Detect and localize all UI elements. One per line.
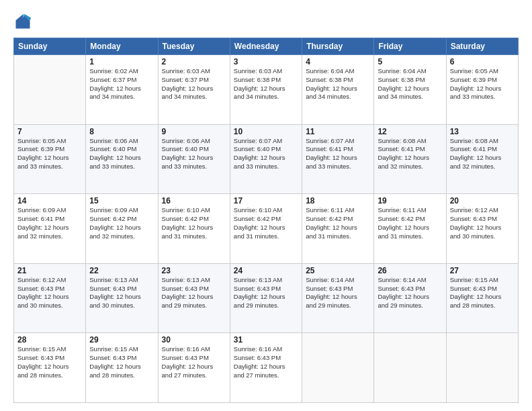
calendar-cell: 26Sunrise: 6:14 AMSunset: 6:43 PMDayligh…: [374, 263, 446, 333]
day-info: Sunrise: 6:15 AMSunset: 6:43 PMDaylight:…: [450, 276, 515, 310]
calendar-cell: 9Sunrise: 6:06 AMSunset: 6:40 PMDaylight…: [158, 124, 230, 194]
calendar-cell: 21Sunrise: 6:12 AMSunset: 6:43 PMDayligh…: [14, 263, 86, 333]
day-info: Sunrise: 6:15 AMSunset: 6:43 PMDaylight:…: [17, 345, 82, 379]
day-number: 7: [17, 127, 82, 136]
day-number: 31: [234, 335, 298, 345]
calendar-page: SundayMondayTuesdayWednesdayThursdayFrid…: [0, 0, 532, 411]
calendar-cell: 17Sunrise: 6:10 AMSunset: 6:42 PMDayligh…: [230, 194, 302, 264]
day-info: Sunrise: 6:04 AMSunset: 6:38 PMDaylight:…: [378, 67, 442, 101]
calendar-cell: 16Sunrise: 6:10 AMSunset: 6:42 PMDayligh…: [158, 194, 230, 264]
day-info: Sunrise: 6:03 AMSunset: 6:38 PMDaylight:…: [234, 67, 298, 101]
day-number: 30: [162, 335, 226, 345]
calendar-cell: [302, 333, 374, 403]
weekday-header-friday: Friday: [374, 38, 446, 55]
calendar-cell: [14, 55, 86, 125]
day-info: Sunrise: 6:08 AMSunset: 6:41 PMDaylight:…: [450, 137, 515, 171]
weekday-header-tuesday: Tuesday: [158, 38, 230, 55]
day-info: Sunrise: 6:11 AMSunset: 6:42 PMDaylight:…: [378, 206, 442, 240]
day-info: Sunrise: 6:13 AMSunset: 6:43 PMDaylight:…: [162, 276, 226, 310]
calendar-cell: 10Sunrise: 6:07 AMSunset: 6:40 PMDayligh…: [230, 124, 302, 194]
day-number: 2: [162, 57, 226, 66]
calendar-cell: 1Sunrise: 6:02 AMSunset: 6:37 PMDaylight…: [86, 55, 158, 125]
day-number: 5: [378, 57, 442, 66]
weekday-header-saturday: Saturday: [446, 38, 518, 55]
day-info: Sunrise: 6:08 AMSunset: 6:41 PMDaylight:…: [378, 137, 442, 171]
day-info: Sunrise: 6:02 AMSunset: 6:37 PMDaylight:…: [89, 67, 154, 101]
calendar-cell: 2Sunrise: 6:03 AMSunset: 6:37 PMDaylight…: [158, 55, 230, 125]
day-number: 10: [234, 127, 298, 136]
day-number: 4: [306, 57, 370, 66]
day-info: Sunrise: 6:12 AMSunset: 6:43 PMDaylight:…: [17, 276, 82, 310]
day-info: Sunrise: 6:09 AMSunset: 6:42 PMDaylight:…: [89, 206, 154, 240]
day-info: Sunrise: 6:14 AMSunset: 6:43 PMDaylight:…: [306, 276, 370, 310]
weekday-header-row: SundayMondayTuesdayWednesdayThursdayFrid…: [14, 38, 519, 55]
calendar-week-4: 21Sunrise: 6:12 AMSunset: 6:43 PMDayligh…: [14, 263, 519, 333]
calendar-cell: 31Sunrise: 6:16 AMSunset: 6:43 PMDayligh…: [230, 333, 302, 403]
calendar-cell: 12Sunrise: 6:08 AMSunset: 6:41 PMDayligh…: [374, 124, 446, 194]
day-info: Sunrise: 6:06 AMSunset: 6:40 PMDaylight:…: [89, 137, 154, 171]
day-info: Sunrise: 6:10 AMSunset: 6:42 PMDaylight:…: [162, 206, 226, 240]
calendar-cell: 23Sunrise: 6:13 AMSunset: 6:43 PMDayligh…: [158, 263, 230, 333]
day-info: Sunrise: 6:06 AMSunset: 6:40 PMDaylight:…: [162, 137, 226, 171]
logo-icon: [13, 12, 32, 31]
day-info: Sunrise: 6:13 AMSunset: 6:43 PMDaylight:…: [234, 276, 298, 310]
calendar-cell: 7Sunrise: 6:05 AMSunset: 6:39 PMDaylight…: [14, 124, 86, 194]
calendar-cell: [446, 333, 518, 403]
day-number: 19: [378, 196, 442, 205]
day-number: 27: [450, 266, 515, 275]
day-number: 18: [306, 196, 370, 205]
day-number: 21: [17, 266, 82, 275]
calendar-cell: 5Sunrise: 6:04 AMSunset: 6:38 PMDaylight…: [374, 55, 446, 125]
day-number: 8: [89, 127, 154, 136]
calendar-cell: 19Sunrise: 6:11 AMSunset: 6:42 PMDayligh…: [374, 194, 446, 264]
day-info: Sunrise: 6:16 AMSunset: 6:43 PMDaylight:…: [162, 345, 226, 379]
calendar-cell: 3Sunrise: 6:03 AMSunset: 6:38 PMDaylight…: [230, 55, 302, 125]
calendar-cell: 24Sunrise: 6:13 AMSunset: 6:43 PMDayligh…: [230, 263, 302, 333]
day-number: 28: [17, 335, 82, 345]
day-number: 3: [234, 57, 298, 66]
calendar-cell: 13Sunrise: 6:08 AMSunset: 6:41 PMDayligh…: [446, 124, 518, 194]
calendar-cell: 22Sunrise: 6:13 AMSunset: 6:43 PMDayligh…: [86, 263, 158, 333]
day-number: 15: [89, 196, 154, 205]
calendar-table: SundayMondayTuesdayWednesdayThursdayFrid…: [13, 38, 519, 403]
calendar-cell: 28Sunrise: 6:15 AMSunset: 6:43 PMDayligh…: [14, 333, 86, 403]
calendar-cell: 4Sunrise: 6:04 AMSunset: 6:38 PMDaylight…: [302, 55, 374, 125]
day-number: 11: [306, 127, 370, 136]
day-number: 24: [234, 266, 298, 275]
logo: [13, 12, 35, 31]
calendar-week-5: 28Sunrise: 6:15 AMSunset: 6:43 PMDayligh…: [14, 333, 519, 403]
day-number: 22: [89, 266, 154, 275]
header: [13, 12, 519, 31]
calendar-cell: 29Sunrise: 6:15 AMSunset: 6:43 PMDayligh…: [86, 333, 158, 403]
day-number: 6: [450, 57, 515, 66]
calendar-cell: 30Sunrise: 6:16 AMSunset: 6:43 PMDayligh…: [158, 333, 230, 403]
calendar-cell: [374, 333, 446, 403]
calendar-cell: 25Sunrise: 6:14 AMSunset: 6:43 PMDayligh…: [302, 263, 374, 333]
day-info: Sunrise: 6:05 AMSunset: 6:39 PMDaylight:…: [17, 137, 82, 171]
calendar-cell: 14Sunrise: 6:09 AMSunset: 6:41 PMDayligh…: [14, 194, 86, 264]
calendar-week-2: 7Sunrise: 6:05 AMSunset: 6:39 PMDaylight…: [14, 124, 519, 194]
calendar-cell: 6Sunrise: 6:05 AMSunset: 6:39 PMDaylight…: [446, 55, 518, 125]
day-number: 13: [450, 127, 515, 136]
calendar-cell: 8Sunrise: 6:06 AMSunset: 6:40 PMDaylight…: [86, 124, 158, 194]
calendar-cell: 27Sunrise: 6:15 AMSunset: 6:43 PMDayligh…: [446, 263, 518, 333]
day-number: 20: [450, 196, 515, 205]
day-number: 9: [162, 127, 226, 136]
calendar-cell: 20Sunrise: 6:12 AMSunset: 6:43 PMDayligh…: [446, 194, 518, 264]
day-number: 29: [89, 335, 154, 345]
day-number: 14: [17, 196, 82, 205]
day-info: Sunrise: 6:13 AMSunset: 6:43 PMDaylight:…: [89, 276, 154, 310]
day-info: Sunrise: 6:09 AMSunset: 6:41 PMDaylight:…: [17, 206, 82, 240]
day-info: Sunrise: 6:04 AMSunset: 6:38 PMDaylight:…: [306, 67, 370, 101]
day-number: 25: [306, 266, 370, 275]
day-info: Sunrise: 6:14 AMSunset: 6:43 PMDaylight:…: [378, 276, 442, 310]
day-info: Sunrise: 6:03 AMSunset: 6:37 PMDaylight:…: [162, 67, 226, 101]
day-info: Sunrise: 6:16 AMSunset: 6:43 PMDaylight:…: [234, 345, 298, 379]
day-info: Sunrise: 6:10 AMSunset: 6:42 PMDaylight:…: [234, 206, 298, 240]
day-number: 16: [162, 196, 226, 205]
weekday-header-wednesday: Wednesday: [230, 38, 302, 55]
calendar-week-3: 14Sunrise: 6:09 AMSunset: 6:41 PMDayligh…: [14, 194, 519, 264]
day-number: 26: [378, 266, 442, 275]
day-info: Sunrise: 6:07 AMSunset: 6:40 PMDaylight:…: [234, 137, 298, 171]
calendar-week-1: 1Sunrise: 6:02 AMSunset: 6:37 PMDaylight…: [14, 55, 519, 125]
